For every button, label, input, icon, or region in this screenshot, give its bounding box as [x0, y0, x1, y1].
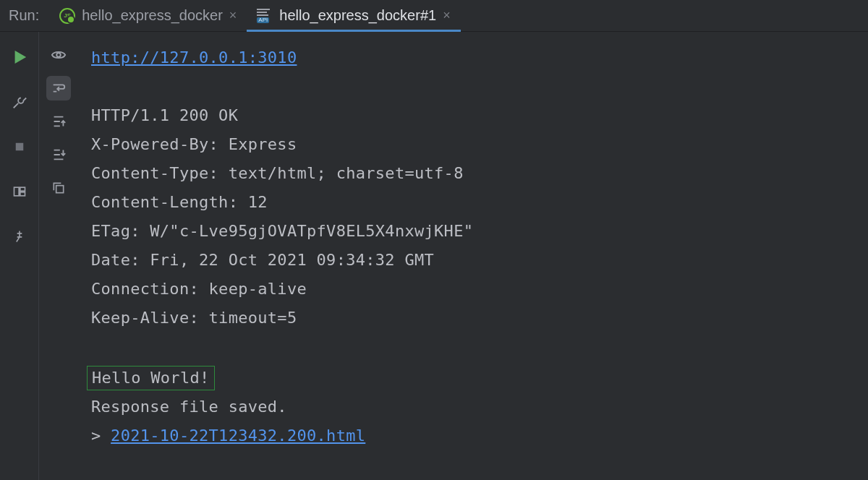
close-icon[interactable]: × — [443, 8, 451, 23]
tab-label: hello_express_docker#1 — [279, 7, 436, 24]
scroll-to-end-icon[interactable] — [46, 142, 71, 167]
saved-message: Response file saved. — [91, 398, 287, 416]
svg-rect-3 — [20, 192, 25, 196]
wrench-icon[interactable] — [7, 90, 32, 114]
response-header: ETag: W/"c-Lve95gjOVATpfV8EL5X4nxwjKHE" — [91, 222, 473, 240]
svg-rect-1 — [14, 187, 19, 196]
rerun-button[interactable] — [7, 45, 32, 69]
primary-toolbar — [0, 32, 39, 480]
response-header: Date: Fri, 22 Oct 2021 09:34:32 GMT — [91, 251, 434, 269]
response-header: X-Powered-By: Express — [91, 135, 297, 153]
http-status-line: HTTP/1.1 200 OK — [91, 106, 238, 124]
show-eye-icon[interactable] — [46, 43, 71, 67]
svg-rect-2 — [20, 187, 25, 191]
http-api-icon: API — [257, 9, 273, 23]
secondary-toolbar — [39, 32, 78, 480]
stop-button[interactable] — [7, 134, 32, 159]
layout-icon[interactable] — [7, 179, 32, 204]
svg-rect-5 — [56, 186, 64, 193]
run-header: Run: JS hello_express_docker × API hello… — [0, 0, 868, 32]
scroll-to-top-icon[interactable] — [46, 109, 71, 134]
close-icon[interactable]: × — [229, 8, 237, 23]
saved-file-link[interactable]: 2021-10-22T123432.200.html — [111, 427, 365, 445]
run-tabs: JS hello_express_docker × API hello_expr… — [49, 0, 460, 31]
response-header: Keep-Alive: timeout=5 — [91, 309, 297, 327]
tab-hello-express-docker-1[interactable]: API hello_express_docker#1 × — [247, 0, 460, 31]
response-header: Content-Length: 12 — [91, 193, 268, 211]
pin-icon[interactable] — [7, 224, 32, 249]
nodejs-icon: JS — [59, 8, 75, 24]
response-header: Content-Type: text/html; charset=utf-8 — [91, 164, 464, 182]
request-url-link[interactable]: http://127.0.0.1:3010 — [91, 48, 297, 67]
response-header: Connection: keep-alive — [91, 280, 307, 298]
svg-point-4 — [56, 53, 61, 57]
run-label: Run: — [0, 7, 49, 24]
prompt-prefix: > — [91, 427, 111, 445]
console-output[interactable]: http://127.0.0.1:3010 HTTP/1.1 200 OK X-… — [78, 32, 868, 480]
copy-icon[interactable] — [46, 176, 71, 200]
tab-hello-express-docker[interactable]: JS hello_express_docker × — [49, 0, 247, 31]
run-main: http://127.0.0.1:3010 HTTP/1.1 200 OK X-… — [0, 32, 868, 480]
tab-label: hello_express_docker — [82, 7, 223, 24]
response-body-highlight: Hello World! — [87, 366, 215, 390]
svg-rect-0 — [15, 143, 23, 151]
soft-wrap-icon[interactable] — [46, 76, 71, 100]
